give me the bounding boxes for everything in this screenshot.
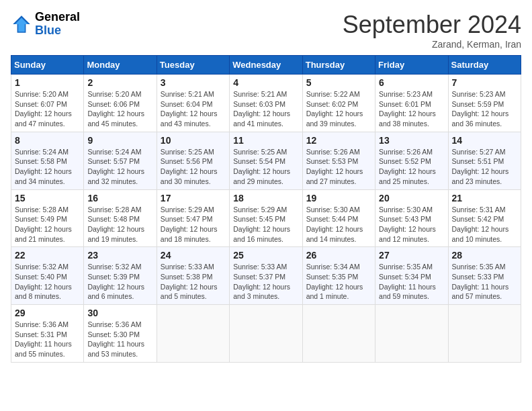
calendar-week-1: 1Sunrise: 5:20 AM Sunset: 6:07 PM Daylig… [11, 75, 521, 132]
day-info: Sunrise: 5:31 AM Sunset: 5:42 PM Dayligh… [452, 205, 517, 244]
calendar-cell: 28Sunrise: 5:35 AM Sunset: 5:33 PM Dayli… [448, 247, 521, 305]
calendar-cell: 9Sunrise: 5:24 AM Sunset: 5:57 PM Daylig… [84, 132, 157, 189]
day-number: 14 [452, 135, 517, 146]
day-number: 3 [161, 77, 226, 88]
calendar-cell: 23Sunrise: 5:32 AM Sunset: 5:39 PM Dayli… [84, 247, 157, 305]
calendar-cell: 16Sunrise: 5:28 AM Sunset: 5:48 PM Dayli… [84, 189, 157, 247]
day-info: Sunrise: 5:34 AM Sunset: 5:35 PM Dayligh… [306, 262, 371, 302]
weekday-header-saturday: Saturday [448, 56, 521, 75]
calendar-cell: 29Sunrise: 5:36 AM Sunset: 5:31 PM Dayli… [11, 305, 84, 363]
calendar-cell: 13Sunrise: 5:26 AM Sunset: 5:52 PM Dayli… [375, 132, 448, 189]
weekday-header-row: SundayMondayTuesdayWednesdayThursdayFrid… [11, 56, 521, 75]
day-info: Sunrise: 5:36 AM Sunset: 5:30 PM Dayligh… [87, 320, 152, 359]
calendar-cell: 19Sunrise: 5:30 AM Sunset: 5:44 PM Dayli… [302, 189, 375, 247]
day-info: Sunrise: 5:35 AM Sunset: 5:34 PM Dayligh… [379, 262, 444, 302]
calendar-cell [157, 305, 229, 363]
day-number: 23 [87, 250, 152, 261]
calendar-cell: 22Sunrise: 5:32 AM Sunset: 5:40 PM Dayli… [11, 247, 84, 305]
weekday-header-wednesday: Wednesday [230, 56, 302, 75]
calendar-cell: 30Sunrise: 5:36 AM Sunset: 5:30 PM Dayli… [84, 305, 157, 363]
day-info: Sunrise: 5:22 AM Sunset: 6:02 PM Dayligh… [306, 89, 371, 129]
day-number: 13 [379, 135, 444, 146]
calendar-table: SundayMondayTuesdayWednesdayThursdayFrid… [11, 55, 521, 363]
calendar-week-2: 8Sunrise: 5:24 AM Sunset: 5:58 PM Daylig… [11, 132, 521, 189]
calendar-cell: 1Sunrise: 5:20 AM Sunset: 6:07 PM Daylig… [11, 75, 84, 132]
day-number: 28 [452, 250, 517, 261]
weekday-header-monday: Monday [84, 56, 157, 75]
day-info: Sunrise: 5:29 AM Sunset: 5:45 PM Dayligh… [233, 205, 298, 244]
day-info: Sunrise: 5:20 AM Sunset: 6:06 PM Dayligh… [87, 89, 152, 129]
calendar-cell: 7Sunrise: 5:23 AM Sunset: 5:59 PM Daylig… [448, 75, 521, 132]
day-info: Sunrise: 5:30 AM Sunset: 5:43 PM Dayligh… [379, 205, 444, 244]
calendar-cell: 27Sunrise: 5:35 AM Sunset: 5:34 PM Dayli… [375, 247, 448, 305]
day-number: 17 [161, 193, 226, 203]
location-subtitle: Zarand, Kerman, Iran [343, 39, 521, 50]
calendar-cell [302, 305, 375, 363]
weekday-header-tuesday: Tuesday [157, 56, 229, 75]
month-title: September 2024 [343, 11, 521, 39]
calendar-cell: 4Sunrise: 5:21 AM Sunset: 6:03 PM Daylig… [230, 75, 302, 132]
calendar-cell: 6Sunrise: 5:23 AM Sunset: 6:01 PM Daylig… [375, 75, 448, 132]
day-number: 27 [379, 250, 444, 261]
header: General Blue September 2024 Zarand, Kerm… [11, 11, 521, 50]
calendar-cell: 14Sunrise: 5:27 AM Sunset: 5:51 PM Dayli… [448, 132, 521, 189]
day-info: Sunrise: 5:23 AM Sunset: 5:59 PM Dayligh… [452, 89, 517, 129]
day-info: Sunrise: 5:26 AM Sunset: 5:53 PM Dayligh… [306, 147, 371, 187]
calendar-cell: 18Sunrise: 5:29 AM Sunset: 5:45 PM Dayli… [230, 189, 302, 247]
day-number: 20 [379, 193, 444, 203]
calendar-cell: 15Sunrise: 5:28 AM Sunset: 5:49 PM Dayli… [11, 189, 84, 247]
day-info: Sunrise: 5:24 AM Sunset: 5:58 PM Dayligh… [15, 147, 80, 187]
day-info: Sunrise: 5:35 AM Sunset: 5:33 PM Dayligh… [452, 262, 517, 302]
day-info: Sunrise: 5:36 AM Sunset: 5:31 PM Dayligh… [15, 320, 80, 359]
day-number: 22 [15, 250, 80, 261]
day-number: 25 [233, 250, 298, 261]
day-number: 21 [452, 193, 517, 203]
day-number: 10 [161, 135, 226, 146]
calendar-week-5: 29Sunrise: 5:36 AM Sunset: 5:31 PM Dayli… [11, 305, 521, 363]
day-number: 1 [15, 77, 80, 88]
day-info: Sunrise: 5:23 AM Sunset: 6:01 PM Dayligh… [379, 89, 444, 129]
day-number: 6 [379, 77, 444, 88]
day-info: Sunrise: 5:20 AM Sunset: 6:07 PM Dayligh… [15, 89, 80, 129]
weekday-header-thursday: Thursday [302, 56, 375, 75]
day-info: Sunrise: 5:33 AM Sunset: 5:37 PM Dayligh… [233, 262, 298, 302]
calendar-cell: 21Sunrise: 5:31 AM Sunset: 5:42 PM Dayli… [448, 189, 521, 247]
calendar-week-3: 15Sunrise: 5:28 AM Sunset: 5:49 PM Dayli… [11, 189, 521, 247]
day-number: 16 [87, 193, 152, 203]
svg-marker-1 [15, 17, 28, 32]
calendar-cell: 26Sunrise: 5:34 AM Sunset: 5:35 PM Dayli… [302, 247, 375, 305]
calendar-week-4: 22Sunrise: 5:32 AM Sunset: 5:40 PM Dayli… [11, 247, 521, 305]
calendar-cell: 8Sunrise: 5:24 AM Sunset: 5:58 PM Daylig… [11, 132, 84, 189]
day-info: Sunrise: 5:21 AM Sunset: 6:03 PM Dayligh… [233, 89, 298, 129]
day-info: Sunrise: 5:29 AM Sunset: 5:47 PM Dayligh… [161, 205, 226, 244]
calendar-cell: 25Sunrise: 5:33 AM Sunset: 5:37 PM Dayli… [230, 247, 302, 305]
day-info: Sunrise: 5:26 AM Sunset: 5:52 PM Dayligh… [379, 147, 444, 187]
logo: General Blue [11, 11, 80, 38]
day-number: 24 [161, 250, 226, 261]
day-number: 9 [87, 135, 152, 146]
calendar-cell [375, 305, 448, 363]
day-info: Sunrise: 5:33 AM Sunset: 5:38 PM Dayligh… [161, 262, 226, 302]
day-number: 4 [233, 77, 298, 88]
day-info: Sunrise: 5:25 AM Sunset: 5:54 PM Dayligh… [233, 147, 298, 187]
day-number: 15 [15, 193, 80, 203]
day-info: Sunrise: 5:32 AM Sunset: 5:40 PM Dayligh… [15, 262, 80, 302]
logo-icon [11, 13, 32, 35]
day-number: 11 [233, 135, 298, 146]
day-info: Sunrise: 5:21 AM Sunset: 6:04 PM Dayligh… [161, 89, 226, 129]
day-info: Sunrise: 5:30 AM Sunset: 5:44 PM Dayligh… [306, 205, 371, 244]
day-number: 5 [306, 77, 371, 88]
calendar-cell: 24Sunrise: 5:33 AM Sunset: 5:38 PM Dayli… [157, 247, 229, 305]
calendar-cell: 2Sunrise: 5:20 AM Sunset: 6:06 PM Daylig… [84, 75, 157, 132]
day-info: Sunrise: 5:28 AM Sunset: 5:48 PM Dayligh… [87, 205, 152, 244]
day-info: Sunrise: 5:24 AM Sunset: 5:57 PM Dayligh… [87, 147, 152, 187]
day-number: 30 [87, 308, 152, 318]
day-number: 18 [233, 193, 298, 203]
day-info: Sunrise: 5:25 AM Sunset: 5:56 PM Dayligh… [161, 147, 226, 187]
calendar-cell: 11Sunrise: 5:25 AM Sunset: 5:54 PM Dayli… [230, 132, 302, 189]
day-info: Sunrise: 5:32 AM Sunset: 5:39 PM Dayligh… [87, 262, 152, 302]
calendar-cell: 12Sunrise: 5:26 AM Sunset: 5:53 PM Dayli… [302, 132, 375, 189]
day-number: 12 [306, 135, 371, 146]
day-info: Sunrise: 5:27 AM Sunset: 5:51 PM Dayligh… [452, 147, 517, 187]
logo-text: General Blue [35, 11, 80, 38]
